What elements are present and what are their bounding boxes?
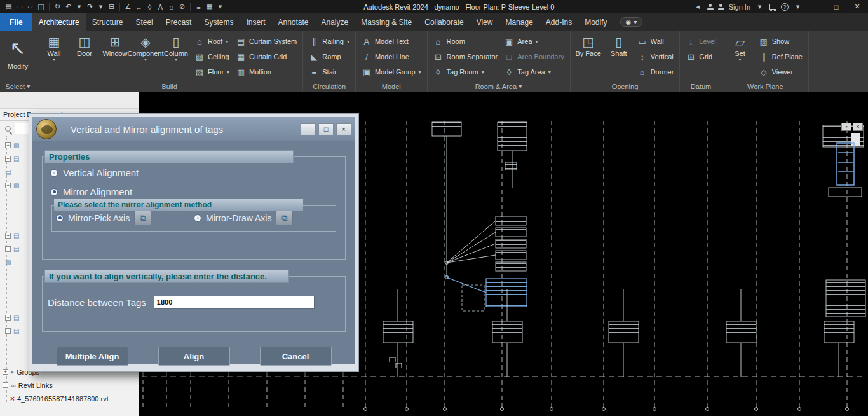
dialog-close-button[interactable]: × [336,123,351,135]
room-button[interactable]: ⌂ Room [430,34,501,49]
set-work-plane-button[interactable]: ▱ Set ▾ [725,32,756,62]
level-button[interactable]: ↕ Level [682,34,719,49]
door-button[interactable]: ◫ Door [69,32,100,57]
multiple-align-button[interactable]: Multiple Align [57,347,128,366]
room-area-panel-label[interactable]: Room & Area▾ [428,81,570,92]
undo-caret-icon[interactable]: ▾ [74,3,84,11]
tab-insert[interactable]: Insert [240,13,271,31]
component-button[interactable]: ◈ Component ▾ [130,32,161,62]
area-button[interactable]: ▣ Area ▾ [501,34,567,49]
datum-panel-label[interactable]: Datum [680,81,721,92]
tab-massing-site[interactable]: Massing & Site [355,13,418,31]
close-button[interactable]: ✕ [849,3,865,11]
tree-item-revit-links[interactable]: − ∞ Revit Links [0,378,139,392]
open-file-icon[interactable]: ▱ [25,3,35,11]
tab-manage[interactable]: Manage [499,13,539,31]
mirror-pick-axis-icon[interactable]: ⧉ [134,211,151,225]
stair-button[interactable]: ≡ Stair [306,64,353,80]
mirror-alignment-radio[interactable] [50,188,58,196]
tab-collaborate[interactable]: Collaborate [418,13,470,31]
customize-qat-icon[interactable]: ▾ [215,3,225,11]
tab-file[interactable]: File [0,13,32,31]
tab-structure[interactable]: Structure [86,13,130,31]
wall-button[interactable]: ▦ Wall ▾ [39,32,69,62]
aligned-dimension-icon[interactable]: ↔ [134,3,144,11]
dialog-titlebar[interactable]: Vertical and Mirror alignment of tags – … [32,117,355,141]
vertical-opening-button[interactable]: ↕ Vertical [634,49,677,64]
circulation-panel-label[interactable]: Circulation [303,81,355,92]
tag-by-category-icon[interactable]: ◊ [145,3,154,11]
tab-view[interactable]: View [470,13,499,31]
dialog-minimize-button[interactable]: – [301,123,316,135]
close-inactive-views-icon[interactable]: ▦ [205,3,214,11]
model-text-button[interactable]: A Model Text [358,34,424,49]
default-3d-view-icon[interactable]: ⌂ [166,3,176,11]
undo-icon[interactable]: ↶ [64,3,73,11]
align-button[interactable]: Align [158,347,230,366]
ribbon-display-toggle[interactable]: ◉ ▾ [620,17,643,27]
wall-opening-button[interactable]: ▭ Wall [634,34,677,49]
modify-button[interactable]: ↖ Modify [3,32,33,70]
grid-button[interactable]: ⊞ Grid [682,49,719,64]
mirror-pick-axis-option[interactable]: Mirror-Pick Axis ⧉ [56,211,194,225]
mirror-draw-axis-radio[interactable] [194,214,201,222]
model-group-button[interactable]: ▣ Model Group ▾ [358,64,424,80]
distance-input[interactable] [154,296,315,309]
back-icon[interactable]: ◂ [693,3,703,11]
opening-panel-label[interactable]: Opening [571,81,680,92]
redo-caret-icon[interactable]: ▾ [96,3,105,11]
vertical-alignment-option[interactable]: Vertical Alignment [50,167,337,178]
save-icon[interactable]: ◫ [36,3,46,11]
view-restore-button[interactable]: ▫ [841,123,851,131]
build-panel-label[interactable]: Build [36,81,302,92]
print-icon[interactable]: ⊟ [107,3,116,11]
room-separator-button[interactable]: ⊟ Room Separator [430,49,501,64]
mirror-draw-axis-icon[interactable]: ⧉ [276,211,293,225]
tag-area-button[interactable]: ◊ Tag Area ▾ [501,64,567,80]
vertical-alignment-radio[interactable] [50,169,58,177]
view-close-button[interactable]: × [853,123,863,131]
sign-in-button[interactable]: Sign In [729,3,750,11]
ref-plane-button[interactable]: ∥ Ref Plane [756,49,806,64]
text-icon[interactable]: A [156,3,165,11]
cancel-button[interactable]: Cancel [260,347,332,366]
new-file-icon[interactable]: ▭ [15,3,24,11]
tag-room-button[interactable]: ◊ Tag Room ▾ [430,64,501,80]
select-panel-label[interactable]: Select▾ [0,81,36,92]
minimize-button[interactable]: – [807,3,824,11]
mirror-draw-axis-option[interactable]: Mirror-Draw Axis ⧉ [194,211,332,225]
section-icon[interactable]: ⊘ [177,3,187,11]
window-button[interactable]: ⊞ Window [100,32,130,57]
show-work-plane-button[interactable]: ▨ Show [756,34,806,49]
viewer-button[interactable]: ◇ Viewer [756,64,806,80]
roof-button[interactable]: ⌂ Roof ▾ [191,34,233,49]
model-line-button[interactable]: / Model Line [358,49,424,64]
store-cart-icon[interactable] [769,4,776,10]
help-icon[interactable]: ? [781,3,789,11]
tab-systems[interactable]: Systems [198,13,240,31]
dialog-maximize-button[interactable]: □ [318,123,334,135]
tab-analyze[interactable]: Analyze [315,13,355,31]
tab-annotate[interactable]: Annotate [271,13,315,31]
tab-add-ins[interactable]: Add-Ins [539,13,578,31]
mirror-alignment-option[interactable]: Mirror Alignment [50,186,337,197]
floor-button[interactable]: ▨ Floor ▾ [191,64,233,80]
column-button[interactable]: ▯ Column ▾ [161,32,191,62]
mullion-button[interactable]: ▥ Mullion [233,64,300,80]
tab-modify[interactable]: Modify [578,13,613,31]
railing-button[interactable]: ∥ Railing ▾ [306,34,353,49]
curtain-system-button[interactable]: ▤ Curtain System [233,34,300,49]
mirror-pick-axis-radio[interactable] [56,214,64,222]
area-boundary-button[interactable]: □ Area Boundary [501,49,567,64]
tree-item-linked-file[interactable]: × 4_5769165587141887800.rvt [0,392,139,405]
by-face-button[interactable]: ◳ By Face [573,32,604,57]
model-panel-label[interactable]: Model [356,81,427,92]
app-menu-icon[interactable]: ▤ [4,3,13,11]
user-avatar-icon[interactable] [718,4,724,10]
tab-steel[interactable]: Steel [129,13,159,31]
tab-precast[interactable]: Precast [159,13,198,31]
curtain-grid-button[interactable]: ▦ Curtain Grid [233,49,300,64]
work-plane-panel-label[interactable]: Work Plane [722,81,808,92]
ceiling-button[interactable]: ▧ Ceiling [191,49,233,64]
dormer-button[interactable]: ⌂ Dormer [634,64,677,80]
